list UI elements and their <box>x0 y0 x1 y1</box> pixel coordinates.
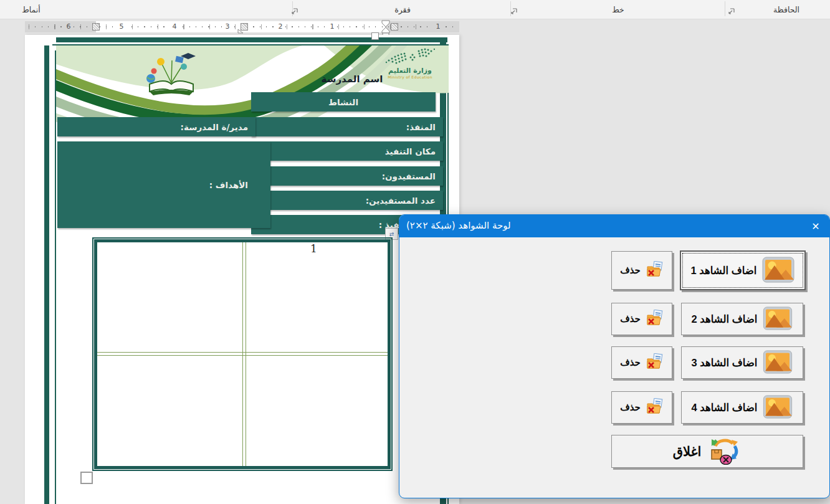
delete-evidence-1-label: حذف <box>620 265 641 276</box>
delete-folder-icon <box>646 353 664 372</box>
dialog-title: لوحة الشواهد (شبكة ٢×٢) <box>406 220 511 231</box>
ribbon-group-paragraph: فقرة <box>378 5 427 14</box>
ruler-number: 3 <box>222 22 232 31</box>
dialog-launcher-icon[interactable] <box>727 7 735 16</box>
field-place[interactable]: مكان التنفيذ <box>251 141 443 161</box>
ruler-tab-marker[interactable] <box>92 23 100 31</box>
grid-cell-bottom-left[interactable] <box>97 356 242 466</box>
grid-cell-bottom-right[interactable] <box>246 356 388 466</box>
ruler-indent-triangle[interactable] <box>237 29 244 34</box>
delete-folder-icon <box>646 398 664 417</box>
add-evidence-1-label: اضاف الشاهد 1 <box>691 265 757 277</box>
add-evidence-3-label: اضاف الشاهد 3 <box>692 357 758 369</box>
delete-evidence-3-button[interactable]: حذف <box>611 346 672 379</box>
shape-handle[interactable] <box>371 32 379 40</box>
close-dialog-button[interactable]: اغلاق <box>611 435 803 468</box>
ribbon-separator <box>725 1 725 16</box>
grid-cell-text: 1 <box>310 242 317 255</box>
picture-icon <box>763 350 793 376</box>
field-activity[interactable]: النشاط <box>251 92 436 112</box>
field-objectives[interactable]: الأهداف : <box>57 141 270 228</box>
ribbon-group-clipboard: الحافظة <box>755 5 818 14</box>
logo-arabic-text: وزارة التعليم <box>381 67 439 75</box>
ribbon-group-font: خط <box>593 5 643 14</box>
ruler-indent-marker[interactable] <box>381 20 391 36</box>
delete-evidence-2-label: حذف <box>620 313 641 325</box>
delete-evidence-3-label: حذف <box>620 357 641 368</box>
delete-evidence-1-button[interactable]: حذف <box>611 251 672 290</box>
ruler-number: 5 <box>117 22 126 31</box>
close-package-icon <box>707 436 742 467</box>
grid-cell-top-right[interactable] <box>246 242 388 352</box>
logo-dots-emblem <box>385 47 435 65</box>
application-window: أنماط فقرة خط الحافظة 6 5 4 3 2 1 <box>0 0 830 504</box>
close-dialog-label: اغلاق <box>673 444 702 459</box>
ribbon-group-styles: أنماط <box>12 5 50 14</box>
delete-evidence-4-label: حذف <box>620 402 641 413</box>
dialog-title-bar[interactable]: لوحة الشواهد (شبكة ٢×٢) ✕ <box>399 215 829 237</box>
ruler-number: 1 <box>327 22 337 31</box>
ribbon-group-strip: أنماط فقرة خط الحافظة <box>0 0 830 19</box>
field-executor[interactable]: المنفذ: <box>251 117 443 136</box>
ruler-number: 6 <box>64 22 74 31</box>
add-evidence-2-button[interactable]: اضاف الشاهد 2 <box>681 303 803 335</box>
ruler-number: 1 <box>433 22 443 31</box>
ruler-tab-marker[interactable] <box>391 23 398 31</box>
field-beneficiaries-count[interactable]: عدد المستفيدين: <box>251 191 443 210</box>
add-evidence-4-button[interactable]: اضاف الشاهد 4 <box>681 391 803 424</box>
frame-top-bar <box>56 37 447 42</box>
dialog-launcher-icon[interactable] <box>510 7 518 16</box>
ruler-number: 2 <box>275 22 285 31</box>
logo-english-text: Ministry of Education <box>381 75 439 79</box>
picture-icon <box>762 257 794 285</box>
add-evidence-3-button[interactable]: اضاف الشاهد 3 <box>681 346 803 379</box>
delete-folder-icon <box>646 261 664 280</box>
add-evidence-2-label: اضاف الشاهد 2 <box>692 313 758 325</box>
evidence-board-dialog: لوحة الشواهد (شبكة ٢×٢) ✕ اضاف الشاهد 1 … <box>399 214 830 498</box>
delete-folder-icon <box>646 310 664 328</box>
ministry-of-education-logo: وزارة التعليم Ministry of Education <box>381 47 439 79</box>
delete-evidence-4-button[interactable]: حذف <box>611 391 672 424</box>
field-beneficiaries[interactable]: المستفيدون: <box>251 166 443 186</box>
school-name-label[interactable]: اسم المدرسة <box>318 74 386 85</box>
evidence-grid-table: 1 <box>92 237 393 471</box>
object-anchor-square[interactable] <box>80 472 93 484</box>
picture-icon <box>763 395 793 421</box>
dialog-launcher-icon[interactable] <box>290 7 298 16</box>
add-evidence-4-label: اضاف الشاهد 4 <box>692 402 758 414</box>
delete-evidence-2-button[interactable]: حذف <box>611 303 672 335</box>
grid-cell-top-left[interactable] <box>97 242 242 352</box>
document-page[interactable]: وزارة التعليم Ministry of Education اسم … <box>25 35 459 504</box>
ruler-number: 4 <box>169 22 179 31</box>
field-principal[interactable]: مدير/ة المدرسة: <box>57 117 255 136</box>
frame-left-bar <box>44 45 49 504</box>
picture-icon <box>763 307 793 332</box>
add-evidence-1-button[interactable]: اضاف الشاهد 1 <box>680 250 806 290</box>
close-icon[interactable]: ✕ <box>808 218 824 234</box>
